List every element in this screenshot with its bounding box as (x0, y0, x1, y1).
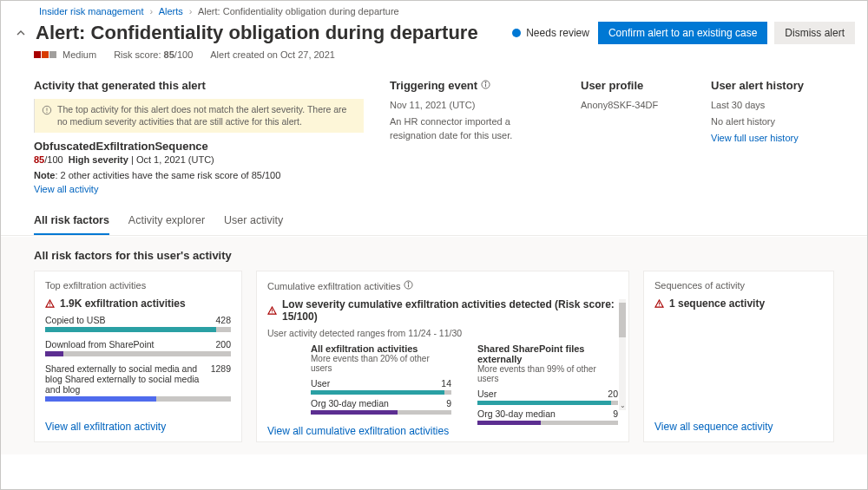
view-all-activity-link[interactable]: View all activity (34, 184, 98, 194)
card-scrollbar[interactable]: ⌄ (619, 299, 626, 410)
activity-score-suffix: /100 (44, 154, 62, 165)
col-triggering: Triggering event Nov 11, 2021 (UTC) An H… (390, 79, 555, 195)
bar-value: 428 (215, 315, 231, 325)
stat-value: 9 (446, 398, 451, 408)
org-bar (311, 410, 398, 415)
severity-label: Medium (62, 49, 96, 60)
svg-point-10 (408, 283, 409, 284)
history-heading: User alert history (711, 79, 850, 92)
note-text: : 2 other activities have the same risk … (55, 170, 280, 180)
exfil-bar-item: Download from SharePoint200 (45, 339, 231, 356)
status-text: Needs review (526, 27, 589, 39)
card-title: Top exfiltration activities (45, 280, 231, 291)
svg-point-7 (49, 305, 50, 306)
activity-subline: 85/100 High severity | Oct 1, 2021 (UTC) (34, 154, 364, 165)
warning-text: The top activity for this alert does not… (57, 104, 357, 127)
breadcrumb-sep: › (189, 6, 193, 16)
stat-value: 9 (613, 408, 618, 419)
cum-col-shared: Shared SharePoint files externally More … (477, 343, 618, 425)
bar-value: 1289 (211, 363, 231, 395)
stat-label: Org 30-day median (311, 398, 389, 408)
page-header: Alert: Confidentiality obligation during… (1, 20, 867, 49)
warning-triangle-icon (654, 299, 664, 309)
note-label: Note (34, 170, 55, 180)
info-icon[interactable] (404, 280, 413, 291)
severity-indicator-icon (34, 51, 57, 58)
warning-triangle-icon (45, 299, 55, 309)
triggering-heading: Triggering event (390, 79, 555, 92)
headline-text: 1.9K exfiltration activities (60, 297, 186, 310)
activity-note: Note: 2 other activities have the same r… (34, 170, 364, 180)
card-headline: 1.9K exfiltration activities (45, 297, 231, 310)
card-sequences: Sequences of activity 1 sequence activit… (643, 271, 834, 442)
bar-value: 200 (215, 339, 231, 350)
card-headline: 1 sequence activity (654, 297, 823, 310)
cum-col-desc: More events than 99% of other users (477, 364, 618, 383)
scroll-down-icon[interactable]: ⌄ (619, 402, 626, 410)
bar-fill (45, 327, 216, 332)
dismiss-alert-button[interactable]: Dismiss alert (774, 22, 855, 44)
confirm-alert-button[interactable]: Confirm alert to an existing case (598, 22, 767, 44)
bar-fill (45, 396, 156, 402)
breadcrumb: Insider risk management › Alerts › Alert… (1, 1, 867, 20)
status-needs-review: Needs review (512, 27, 589, 39)
view-all-sequence-link[interactable]: View all sequence activity (654, 421, 823, 433)
card-top-exfiltration: Top exfiltration activities 1.9K exfiltr… (34, 271, 242, 442)
collapse-chevron-icon[interactable] (13, 25, 29, 41)
history-range: Last 30 days (711, 99, 850, 112)
col-activity: Activity that generated this alert The t… (34, 79, 364, 195)
bar-track (45, 396, 231, 402)
tab-all-risk-factors[interactable]: All risk factors (34, 209, 109, 235)
cum-col-heading: Shared SharePoint files externally (477, 343, 618, 364)
headline-text: Low severity cumulative exfiltration act… (282, 298, 618, 323)
risk-factors-heading: All risk factors for this user's activit… (34, 249, 855, 262)
headline-text: 1 sequence activity (669, 297, 765, 310)
card-title: Sequences of activity (654, 280, 823, 291)
activity-date: | Oct 1, 2021 (UTC) (131, 154, 214, 165)
bar-label: Shared externally to social media and bl… (45, 363, 211, 395)
svg-point-12 (272, 312, 273, 313)
summary-panel: Activity that generated this alert The t… (1, 67, 867, 202)
card-cumulative-exfiltration: Cumulative exfiltration activities Low s… (256, 271, 629, 442)
bar-track (45, 351, 231, 356)
risk-score-suffix: /100 (174, 49, 193, 60)
view-all-cumulative-link[interactable]: View all cumulative exfiltration activit… (267, 425, 618, 437)
activity-name: ObfuscatedExfiltrationSequence (34, 140, 364, 153)
card-headline: Low severity cumulative exfiltration act… (267, 298, 618, 323)
warning-triangle-icon (267, 306, 277, 316)
cards-row: Top exfiltration activities 1.9K exfiltr… (34, 271, 855, 442)
status-dot-icon (512, 29, 521, 37)
info-icon[interactable] (481, 79, 490, 92)
breadcrumb-root[interactable]: Insider risk management (39, 6, 143, 16)
stat-label: User (311, 378, 330, 389)
bar-fill (45, 351, 63, 356)
scroll-thumb[interactable] (619, 303, 626, 337)
warning-banner: The top activity for this alert does not… (34, 99, 364, 133)
view-all-exfiltration-link[interactable]: View all exfiltration activity (45, 421, 231, 433)
svg-point-2 (46, 112, 47, 113)
risk-score-value: 85 (164, 49, 174, 60)
exfil-bar-item: Shared externally to social media and bl… (45, 363, 231, 402)
view-user-history-link[interactable]: View full user history (711, 133, 799, 143)
tab-bar: All risk factors Activity explorer User … (1, 202, 867, 236)
tab-activity-explorer[interactable]: Activity explorer (128, 209, 205, 235)
activity-severity: High severity (66, 154, 128, 165)
stat-value: 14 (441, 378, 451, 389)
exfil-bar-item: Copied to USB428 (45, 315, 231, 332)
cum-col-desc: More events than 20% of other users (311, 354, 451, 373)
col-alert-history: User alert history Last 30 days No alert… (711, 79, 850, 195)
tab-user-activity[interactable]: User activity (224, 209, 283, 235)
svg-point-5 (485, 82, 486, 82)
page-title: Alert: Confidentiality obligation during… (36, 22, 478, 44)
cum-col-heading: All exfiltration activities (311, 343, 451, 354)
cumulative-subtext: User activity detected ranges from 11/24… (267, 328, 618, 338)
breadcrumb-alerts[interactable]: Alerts (159, 6, 183, 16)
stat-label: User (477, 389, 496, 399)
history-none: No alert history (711, 115, 850, 128)
risk-score-label: Risk score: (114, 49, 161, 60)
triggering-desc: An HR connector imported a resignation d… (390, 115, 555, 142)
user-id: Anony8SKF-34DF (581, 99, 685, 112)
cum-col-all: All exfiltration activities More events … (311, 343, 451, 425)
card-title: Cumulative exfiltration activities (267, 280, 618, 291)
stat-value: 20 (608, 389, 618, 399)
